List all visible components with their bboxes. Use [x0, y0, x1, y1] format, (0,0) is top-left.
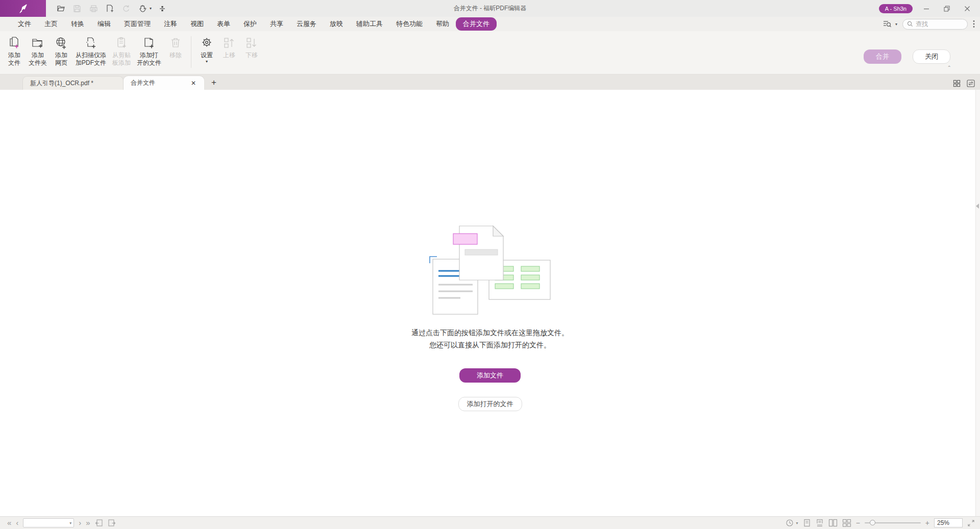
- add-from-scanner-icon: [84, 36, 97, 50]
- menu-item-help[interactable]: 帮助: [429, 18, 456, 30]
- ribbon-separator: [191, 36, 191, 68]
- page-number-input[interactable]: [23, 520, 64, 526]
- fullscreen-icon[interactable]: [967, 519, 975, 527]
- add-from-clipboard-button: 从剪贴 板添加: [109, 34, 134, 68]
- move-down-icon: [245, 36, 258, 50]
- add-folder-button[interactable]: 添加 文件夹: [26, 34, 50, 68]
- hand-tool-dropdown-icon[interactable]: ▾: [150, 6, 152, 11]
- tab-document[interactable]: 新人引导(1)_OCR.pdf *: [22, 76, 124, 90]
- add-from-scanner-button[interactable]: 从扫描仪添 加PDF文件: [72, 34, 109, 68]
- tab-merge-files[interactable]: 合并文件 ✕: [124, 76, 204, 90]
- menu-item-organize[interactable]: 页面管理: [117, 18, 157, 30]
- menu-item-home[interactable]: 主页: [38, 18, 64, 30]
- panel-arrow-icon: [976, 204, 979, 209]
- move-up-button: 上移: [218, 34, 240, 61]
- tab-document-label: 新人引导(1)_OCR.pdf *: [30, 79, 93, 88]
- app-logo[interactable]: [0, 0, 46, 17]
- move-up-icon: [223, 36, 236, 50]
- remove-trash-icon: [169, 36, 182, 50]
- add-files-button[interactable]: 添加 文件: [3, 34, 26, 68]
- zoom-in-icon[interactable]: +: [925, 519, 929, 527]
- tab-grid-view-icon[interactable]: [953, 80, 961, 87]
- open-file-icon[interactable]: [55, 3, 66, 14]
- minimize-icon[interactable]: [920, 4, 933, 14]
- right-panel-collapse-handle[interactable]: [975, 200, 979, 212]
- add-from-scanner-label: 从扫描仪添 加PDF文件: [76, 52, 106, 67]
- search-icon: [907, 21, 913, 27]
- menu-item-form[interactable]: 表单: [210, 18, 237, 30]
- next-view-icon[interactable]: [108, 519, 116, 527]
- search-box[interactable]: [902, 19, 968, 30]
- next-page-icon[interactable]: ›: [79, 519, 81, 526]
- facing-view-icon[interactable]: [828, 519, 838, 527]
- tab-switch-icon[interactable]: [967, 80, 975, 87]
- status-bar: « ‹ ▾ › » ▾: [0, 516, 980, 529]
- last-page-icon[interactable]: »: [86, 519, 90, 526]
- single-page-view-icon[interactable]: [803, 519, 811, 527]
- continuous-view-icon[interactable]: [816, 519, 824, 527]
- more-options-icon[interactable]: [973, 20, 975, 28]
- facing-continuous-view-icon[interactable]: [842, 519, 851, 527]
- documents-illustration: [429, 224, 551, 315]
- menu-item-view[interactable]: 视图: [184, 18, 210, 30]
- hint-line-2: 您还可以直接从下面添加打开的文件。: [411, 339, 569, 351]
- menu-item-slideshow[interactable]: 放映: [323, 18, 350, 30]
- print-icon: [88, 3, 99, 14]
- add-webpage-button[interactable]: 添加 网页: [50, 34, 72, 68]
- collapse-ribbon-icon[interactable]: ⌃: [947, 65, 951, 70]
- add-open-files-button[interactable]: 添加打 开的文件: [134, 34, 164, 68]
- add-files-primary-button[interactable]: 添加文件: [459, 368, 521, 383]
- menu-item-comment[interactable]: 注释: [157, 18, 184, 30]
- zoom-out-icon[interactable]: −: [856, 519, 860, 527]
- page-number-box[interactable]: ▾: [23, 518, 74, 527]
- remove-button: 移除: [164, 34, 187, 61]
- menu-item-accessibility-tools[interactable]: 辅助工具: [350, 18, 389, 30]
- tab-close-icon[interactable]: ✕: [190, 80, 197, 87]
- menu-item-edit[interactable]: 编辑: [91, 18, 117, 30]
- menu-item-merge-files[interactable]: 合并文件: [456, 17, 497, 31]
- add-folder-icon: [31, 36, 44, 50]
- menu-item-convert[interactable]: 转换: [64, 18, 91, 30]
- menu-item-special-features[interactable]: 特色功能: [389, 18, 429, 30]
- zoom-slider-thumb[interactable]: [870, 520, 875, 525]
- new-tab-icon[interactable]: +: [211, 78, 216, 88]
- search-filter-dropdown-icon[interactable]: ▾: [895, 22, 897, 27]
- auto-scroll-dropdown-icon[interactable]: ▾: [796, 521, 798, 525]
- menu-item-file[interactable]: 文件: [11, 18, 38, 30]
- add-files-icon: [8, 36, 21, 50]
- menu-bar: 文件 主页 转换 编辑 页面管理 注释 视图 表单 保护 共享 云服务 放映 辅…: [0, 17, 980, 31]
- add-open-files-secondary-button[interactable]: 添加打开的文件: [458, 397, 522, 411]
- close-merge-button[interactable]: 关闭: [913, 49, 950, 64]
- customize-toolbar-icon[interactable]: [157, 3, 168, 14]
- zoom-percent-box[interactable]: 25%: [934, 518, 963, 527]
- tab-merge-files-label: 合并文件: [131, 79, 155, 87]
- merge-button: 合并: [864, 49, 901, 64]
- restore-window-icon[interactable]: [940, 4, 953, 14]
- search-filter-icon[interactable]: [883, 20, 893, 28]
- settings-button[interactable]: 设置 ▾: [195, 34, 218, 65]
- move-down-button: 下移: [240, 34, 263, 61]
- zoom-slider[interactable]: [865, 522, 921, 523]
- hint-line-1: 通过点击下面的按钮添加文件或在这里拖放文件。: [411, 326, 569, 339]
- first-page-icon[interactable]: «: [7, 519, 11, 526]
- previous-page-icon[interactable]: ‹: [16, 519, 18, 526]
- menu-item-cloud-service[interactable]: 云服务: [290, 18, 323, 30]
- menu-item-protect[interactable]: 保护: [237, 18, 263, 30]
- close-window-icon[interactable]: [961, 4, 974, 14]
- add-open-files-icon: [142, 36, 156, 50]
- user-account-badge[interactable]: A - Sh3n: [879, 4, 913, 13]
- hand-tool-icon[interactable]: [137, 3, 148, 14]
- redo-icon: [120, 3, 132, 14]
- merge-files-panel: 通过点击下面的按钮添加文件或在这里拖放文件。 您还可以直接从下面添加打开的文件。…: [0, 90, 980, 516]
- add-open-files-label: 添加打 开的文件: [137, 52, 161, 67]
- previous-view-icon[interactable]: [95, 519, 103, 527]
- move-down-label: 下移: [246, 52, 258, 59]
- search-input[interactable]: [916, 20, 962, 28]
- move-up-label: 上移: [223, 52, 235, 59]
- add-from-clipboard-label: 从剪贴 板添加: [112, 52, 131, 67]
- right-panel-strip: [975, 90, 980, 516]
- new-file-icon[interactable]: [104, 3, 115, 14]
- page-box-dropdown-icon[interactable]: ▾: [69, 521, 74, 525]
- menu-item-share[interactable]: 共享: [263, 18, 290, 30]
- auto-scroll-clock-icon[interactable]: [786, 519, 794, 527]
